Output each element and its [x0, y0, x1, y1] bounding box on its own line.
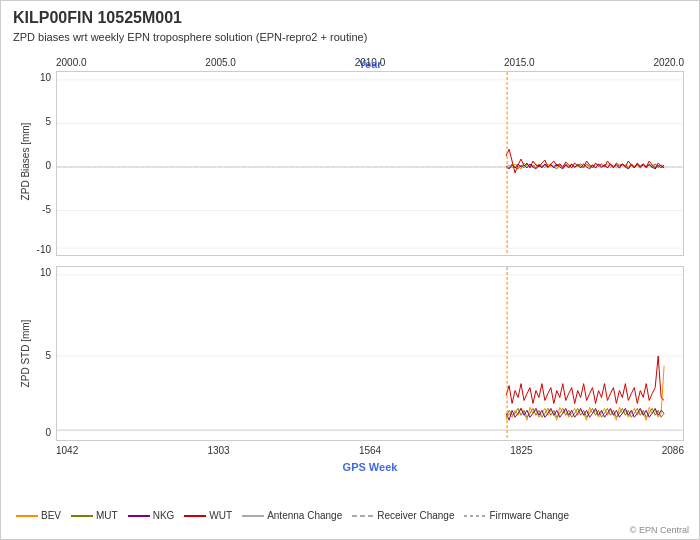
antenna-legend-line [242, 515, 264, 517]
receiver-legend-line [352, 512, 374, 520]
legend-bev: BEV [16, 510, 61, 521]
legend-wut: WUT [184, 510, 232, 521]
wut-legend-line [184, 515, 206, 517]
gps-tick-3: 1564 [359, 445, 381, 456]
gps-tick-4: 1825 [510, 445, 532, 456]
main-container: KILP00FIN 10525M001 ZPD biases wrt weekl… [0, 0, 700, 540]
nkg-legend-label: NKG [153, 510, 175, 521]
receiver-legend-label: Receiver Change [377, 510, 454, 521]
antenna-legend-label: Antenna Change [267, 510, 342, 521]
year-tick-1: 2000.0 [56, 57, 87, 68]
legend: BEV MUT NKG WUT Antenna Change Receiver … [16, 510, 684, 521]
bev-legend-label: BEV [41, 510, 61, 521]
legend-receiver: Receiver Change [352, 510, 454, 521]
y-label-top: ZPD Biases [mm] [1, 71, 51, 256]
gps-tick-5: 2086 [662, 445, 684, 456]
legend-antenna: Antenna Change [242, 510, 342, 521]
year-tick-3: 2010.0 [355, 57, 386, 68]
epn-credit: © EPN Central [630, 525, 689, 535]
gps-tick-1: 1042 [56, 445, 78, 456]
legend-firmware: Firmware Change [464, 510, 568, 521]
nkg-legend-line [128, 515, 150, 517]
bev-legend-line [16, 515, 38, 517]
chart-subtitle: ZPD biases wrt weekly EPN troposphere so… [13, 31, 367, 43]
firmware-legend-line [464, 512, 486, 520]
year-tick-5: 2020.0 [653, 57, 684, 68]
top-chart [56, 71, 684, 256]
y-label-bottom: ZPD STD [mm] [1, 266, 51, 441]
bottom-chart [56, 266, 684, 441]
gps-tick-2: 1303 [207, 445, 229, 456]
x-gps-ticks: 1042 1303 1564 1825 2086 [56, 441, 684, 459]
firmware-legend-label: Firmware Change [489, 510, 568, 521]
wut-legend-label: WUT [209, 510, 232, 521]
x-year-ticks: 2000.0 2005.0 2010.0 2015.0 2020.0 [56, 54, 684, 71]
year-tick-4: 2015.0 [504, 57, 535, 68]
year-tick-2: 2005.0 [205, 57, 236, 68]
legend-mut: MUT [71, 510, 118, 521]
chart-title: KILP00FIN 10525M001 [13, 9, 182, 27]
mut-legend-line [71, 515, 93, 517]
legend-nkg: NKG [128, 510, 175, 521]
mut-legend-label: MUT [96, 510, 118, 521]
gps-axis-label: GPS Week [56, 461, 684, 473]
